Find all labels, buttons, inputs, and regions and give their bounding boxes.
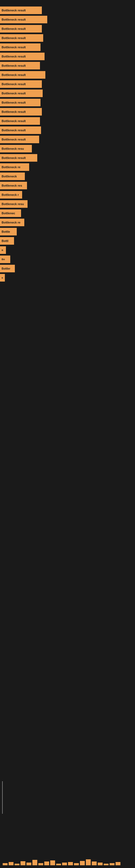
bar-row-7: Bottleneck result <box>0 61 135 70</box>
bottleneck-bar-2[interactable]: Bottleneck result <box>0 16 47 23</box>
bar-row-28: Bo <box>0 255 135 264</box>
chart-bar-col-4 <box>27 863 31 865</box>
chart-bar-item-12 <box>74 863 79 865</box>
chart-bar-col-5 <box>32 860 37 865</box>
chart-bar-item-7 <box>44 862 49 865</box>
bar-row-16: Bottleneck resu <box>0 144 135 153</box>
chart-bar-col-9 <box>56 864 61 865</box>
chart-bar-col-16 <box>98 863 103 865</box>
bottleneck-bar-14[interactable]: Bottleneck result <box>0 126 41 134</box>
chart-bar-item-4 <box>27 863 31 865</box>
bar-row-26: Bottl <box>0 237 135 245</box>
bottleneck-bar-26[interactable]: Bottl <box>0 237 14 245</box>
bottleneck-bar-29[interactable]: Bottler <box>0 265 15 272</box>
chart-bar-col-1 <box>9 862 13 865</box>
chart-bar-item-0 <box>3 863 8 865</box>
bottleneck-bar-24[interactable]: Bottleneck re <box>0 219 24 226</box>
chart-bar-item-13 <box>80 861 85 865</box>
bottleneck-bar-19[interactable]: Bottleneck <box>0 173 25 180</box>
chart-bar-col-10 <box>62 863 67 865</box>
chart-bar-col-0 <box>3 863 8 865</box>
bottleneck-bar-7[interactable]: Bottleneck result <box>0 62 40 69</box>
chart-bar-col-14 <box>86 859 91 865</box>
bar-row-1: Bottleneck result <box>0 6 135 14</box>
chart-bar-col-2 <box>14 864 19 865</box>
chart-bar-item-16 <box>98 863 103 865</box>
bottleneck-bar-8[interactable]: Bottleneck result <box>0 71 45 79</box>
chart-bar-item-3 <box>20 861 26 865</box>
bottleneck-bar-10[interactable]: Bottleneck result <box>0 90 43 97</box>
bottleneck-bar-23[interactable]: Bottlenec <box>0 209 21 217</box>
bottleneck-bar-4[interactable]: Bottleneck result <box>0 34 43 42</box>
bottleneck-bar-12[interactable]: Bottleneck result <box>0 108 42 116</box>
bar-row-5: Bottleneck result <box>0 43 135 52</box>
bottleneck-bar-17[interactable]: Bottleneck result <box>0 154 37 162</box>
bar-row-22: Bottleneck resu <box>0 199 135 208</box>
bar-row-18: Bottleneck re <box>0 163 135 172</box>
bottleneck-bar-25[interactable]: Bottle <box>0 228 17 236</box>
chart-bar-item-9 <box>56 864 61 865</box>
bar-row-25: Bottle <box>0 227 135 236</box>
chart-bar-item-10 <box>62 863 67 865</box>
bar-row-17: Bottleneck result <box>0 154 135 162</box>
bar-row-29: Bottler <box>0 264 135 273</box>
chart-bar-col-6 <box>38 863 43 865</box>
bottleneck-bar-18[interactable]: Bottleneck re <box>0 163 29 171</box>
bottleneck-bar-30[interactable]: B <box>0 274 5 282</box>
chart-bar-item-17 <box>104 864 108 865</box>
chart-bar-col-18 <box>109 863 115 865</box>
bottleneck-bar-20[interactable]: Bottleneck res <box>0 182 27 189</box>
chart-bar-item-15 <box>92 862 97 865</box>
bar-row-2: Bottleneck result <box>0 15 135 24</box>
bar-row-19: Bottleneck <box>0 172 135 181</box>
bar-row-12: Bottleneck result <box>0 107 135 116</box>
bar-row-3: Bottleneck result <box>0 24 135 33</box>
chart-bar-col-17 <box>104 864 108 865</box>
bottleneck-bar-16[interactable]: Bottleneck resu <box>0 145 32 152</box>
bottleneck-bar-21[interactable]: Bottleneck r <box>0 191 22 198</box>
bottleneck-bar-1[interactable]: Bottleneck result <box>0 6 42 14</box>
bottleneck-bar-11[interactable]: Bottleneck result <box>0 99 41 106</box>
chart-bar-col-13 <box>80 861 85 865</box>
bar-row-20: Bottleneck res <box>0 181 135 190</box>
chart-bar-col-15 <box>92 862 97 865</box>
bottleneck-bar-13[interactable]: Bottleneck result <box>0 117 40 125</box>
bar-row-6: Bottleneck result <box>0 52 135 61</box>
spacer-3 <box>0 312 135 326</box>
chart-bar-item-2 <box>14 864 19 865</box>
bottleneck-bar-3[interactable]: Bottleneck result <box>0 25 42 33</box>
bottleneck-bar-9[interactable]: Bottleneck result <box>0 80 42 88</box>
chart-bar-col-8 <box>50 860 55 865</box>
spacer-1 <box>0 285 135 299</box>
bottom-chart <box>0 800 135 868</box>
bar-row-10: Bottleneck result <box>0 89 135 98</box>
bar-row-14: Bottleneck result <box>0 126 135 134</box>
chart-bar-col-3 <box>20 861 26 865</box>
chart-bar-item-1 <box>9 862 13 865</box>
chart-bar-item-8 <box>50 860 55 865</box>
bottleneck-bar-6[interactable]: Bottleneck result <box>0 53 45 60</box>
chart-bar-col-12 <box>74 863 79 865</box>
bars-container: Bottleneck resultBottleneck resultBottle… <box>0 3 135 285</box>
chart-bar-item-18 <box>109 863 115 865</box>
chart-bar-col-7 <box>44 862 49 865</box>
bottleneck-bar-5[interactable]: Bottleneck result <box>0 43 41 51</box>
bar-row-15: Bottleneck result <box>0 135 135 144</box>
bottleneck-bar-28[interactable]: Bo <box>0 255 10 263</box>
chart-bar-item-11 <box>68 862 73 865</box>
bottleneck-bar-27[interactable]: B <box>0 246 6 254</box>
bar-row-8: Bottleneck result <box>0 70 135 79</box>
bar-row-11: Bottleneck result <box>0 98 135 107</box>
bottleneck-bar-15[interactable]: Bottleneck result <box>0 135 39 143</box>
bar-row-9: Bottleneck result <box>0 80 135 88</box>
bar-row-27: B <box>0 246 135 254</box>
bottleneck-bar-22[interactable]: Bottleneck resu <box>0 200 28 208</box>
chart-bar-item-5 <box>32 860 37 865</box>
site-title <box>0 0 135 3</box>
bar-row-23: Bottlenec <box>0 209 135 218</box>
bar-row-13: Bottleneck result <box>0 117 135 125</box>
bar-row-30: B <box>0 273 135 282</box>
chart-bar-col-19 <box>116 862 121 865</box>
spacer-2 <box>0 299 135 312</box>
bar-row-24: Bottleneck re <box>0 218 135 227</box>
